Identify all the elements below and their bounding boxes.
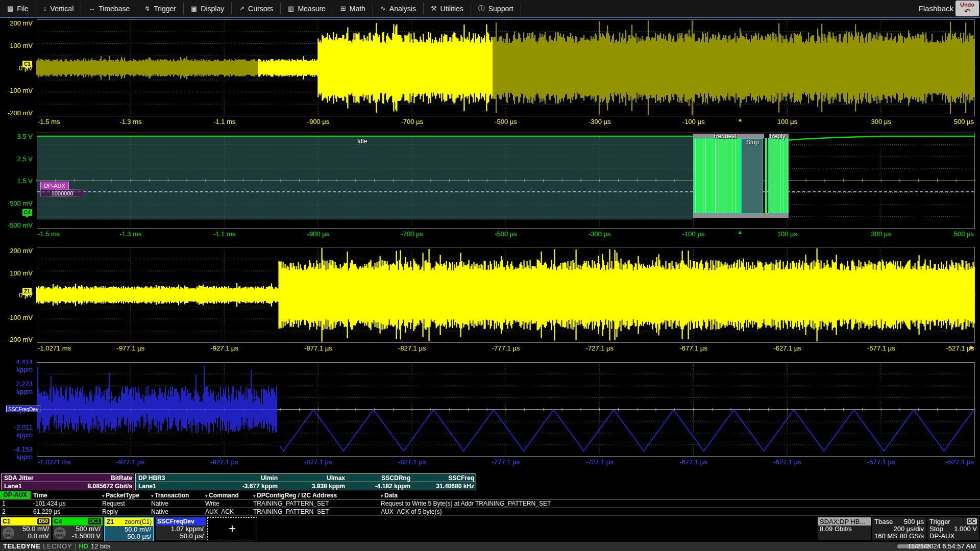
dpaux-bitrate-badge[interactable]: 1000000 [40, 189, 84, 197]
y-axis-label: -200 mV [1, 336, 33, 343]
x-axis-label: -827.1 µs [398, 458, 426, 466]
menu-item-file[interactable]: ▤File [0, 0, 36, 17]
x-axis-label: -700 µs [401, 118, 423, 126]
sscfreqdev-trace [38, 366, 277, 433]
descriptor-body: 500MHz500 mV/-1.5000 V [53, 525, 103, 540]
trigger-edge-icon: ↯ [144, 5, 150, 12]
menu-item-display[interactable]: ▣Display [184, 0, 231, 17]
x-axis-label: 100 µs [777, 118, 797, 126]
menu-item-label: Utilities [440, 5, 463, 13]
x-axis-label: 300 µs [871, 118, 891, 126]
badge-pointer [25, 294, 29, 297]
menu-item-label: Analysis [389, 5, 416, 13]
sort-arrow-icon[interactable]: ▾ [381, 493, 384, 498]
x-axis-label: -500 µs [495, 230, 517, 238]
status-box-tbase[interactable]: Tbase500 µs200 µs/div160 MS80 GS/s [872, 517, 926, 540]
x-axis-label: -1.0271 ms [38, 458, 71, 466]
trigger-mode-level: Stop1.000 V [927, 525, 979, 533]
status-box-trigger[interactable]: TriggerDCStop1.000 VDP-AUX [927, 517, 979, 540]
badge-pointer [25, 215, 29, 218]
decode-data-row[interactable]: 1-101.424 µsRequestNativeWriteTRAINING_P… [0, 499, 980, 508]
descriptor-sscfreqdev[interactable]: SSCFreqDev1.07 kppm/50.0 µs/ [156, 517, 206, 540]
decode-column-header[interactable]: ▾ Command [205, 492, 239, 499]
x-axis-label: -1.0271 ms [38, 344, 71, 352]
z1-trace [37, 283, 279, 307]
brand-lecroy: LECROY [43, 542, 71, 550]
menu-item-label: Cursors [248, 5, 273, 13]
status-box-sdax[interactable]: SDAX:DP HB...8.09 Gbit/s [818, 517, 871, 540]
menu-item-vertical[interactable]: ↕Vertical [36, 0, 81, 17]
decode-column-header[interactable]: Time [33, 492, 47, 499]
table-header-cell: SSCFreq [136, 474, 474, 482]
decode-column-header[interactable]: ▾ DPConfigReg / I2C Address [253, 492, 337, 499]
descriptor-z1[interactable]: Z1zoom(C1)50.0 mV/50.0 µs/ [104, 517, 154, 541]
menu-item-measure[interactable]: ▥Measure [281, 0, 333, 17]
dp-hbr3-table: DP HBR3UlminUlmaxSSCDRngSSCFreqLane1-3.6… [135, 473, 476, 490]
c1-trace [259, 56, 318, 79]
menu-item-math[interactable]: ⊞Math [333, 0, 373, 17]
x-axis-label: -877.1 µs [304, 458, 332, 466]
y-axis-label: 2.5 V [1, 155, 33, 162]
menu-item-label: Trigger [154, 5, 176, 13]
menubar-underline [0, 17, 980, 18]
decode-bit-bar [706, 139, 715, 213]
dpaux-protocol-badge[interactable]: DP-AUX [40, 182, 69, 189]
table-value-cell: 8.085672 Gbit/s [2, 483, 132, 490]
sscfreqdev-grid [37, 362, 975, 457]
sscfreqdev-channel-badge[interactable]: SSCFreqDev [6, 406, 40, 412]
menu-item-analysis[interactable]: ∿Analysis [373, 0, 423, 17]
decode-column-header[interactable]: ▾ PacketType [102, 492, 139, 499]
sort-arrow-icon[interactable]: ▾ [102, 493, 106, 498]
undo-button[interactable]: Undo ↶ [955, 1, 979, 16]
menu-item-label: Measure [298, 5, 325, 13]
descriptor-c4[interactable]: C4DC1500MHz500 mV/-1.5000 V [53, 517, 103, 540]
descriptor-header: C4DC1 [53, 517, 103, 525]
sort-arrow-icon[interactable]: ▾ [151, 493, 155, 498]
descriptor-header: Z1zoom(C1) [105, 518, 153, 526]
descriptor-c1[interactable]: C1D5033GHz50.0 mV/0.0 mV [1, 517, 51, 540]
menu-item-support[interactable]: ⓘSupport [471, 0, 521, 17]
x-axis-label: -300 µs [589, 230, 611, 238]
c1-channel-badge[interactable]: C1 [22, 61, 32, 67]
x-axis-label: -527.1 µs [946, 458, 974, 466]
sort-arrow-icon[interactable]: ▾ [253, 493, 257, 498]
menu-item-label: Math [350, 5, 365, 13]
menu-item-label: Support [488, 5, 513, 13]
table-value-cell: 31.40680 kHz [136, 483, 474, 490]
bandwidth-badge: 33GHz [3, 527, 14, 539]
decode-column-header[interactable]: ▾ Transaction [151, 492, 189, 499]
x-axis-label: -877.1 µs [304, 344, 332, 352]
x-axis-label: -1.3 ms [119, 230, 141, 238]
menu-item-timebase[interactable]: ↔Timebase [81, 0, 137, 17]
y-axis-label: 1.5 V [1, 177, 33, 185]
decode-protocol-cell[interactable]: DP-AUX [0, 491, 31, 499]
c4-channel-badge[interactable]: C4 [22, 209, 32, 216]
decode-cell: Reply [102, 508, 118, 515]
decode-data-row[interactable]: 261.229 µsReplyNativeAUX_ACKTRAINING_PAT… [0, 508, 980, 516]
menu-item-trigger[interactable]: ↯Trigger [137, 0, 183, 17]
add-trace-button[interactable]: + [207, 517, 257, 540]
x-axis-label: -100 µs [682, 118, 705, 126]
math-icon: ⊞ [340, 5, 346, 12]
y-axis-label: -100 mV [1, 313, 33, 321]
y-axis-label: 200 mV [1, 247, 33, 255]
decode-reply-label: Reply [770, 133, 786, 140]
x-axis-label: -577.1 µs [867, 458, 895, 466]
z1-channel-badge[interactable]: Z1 [22, 288, 32, 295]
x-axis-label: -900 µs [307, 230, 330, 238]
coupling-badge: DC1 [88, 518, 101, 524]
sort-arrow-icon[interactable]: ▾ [205, 493, 209, 498]
decode-column-header[interactable]: ▾ Data [381, 492, 398, 499]
decode-idle-label: Idle [357, 138, 367, 145]
x-axis-label: -927.1 µs [210, 458, 238, 466]
menu-item-utilities[interactable]: ⚒Utilities [424, 0, 471, 17]
sdax-header: SDAX:DP HB... [818, 517, 871, 525]
x-axis-label: -827.1 µs [398, 344, 426, 352]
x-axis-label: -927.1 µs [210, 344, 238, 352]
x-axis-label: 500 µs [954, 230, 974, 238]
decode-cell: Write [205, 500, 219, 507]
status-bar: TELEDYNE LECROY | HD 12 bits 11/21/2024 … [0, 542, 980, 551]
decode-cell: Request [102, 500, 125, 507]
decode-bit-bar [719, 139, 724, 213]
menu-item-cursors[interactable]: ↗Cursors [232, 0, 280, 17]
